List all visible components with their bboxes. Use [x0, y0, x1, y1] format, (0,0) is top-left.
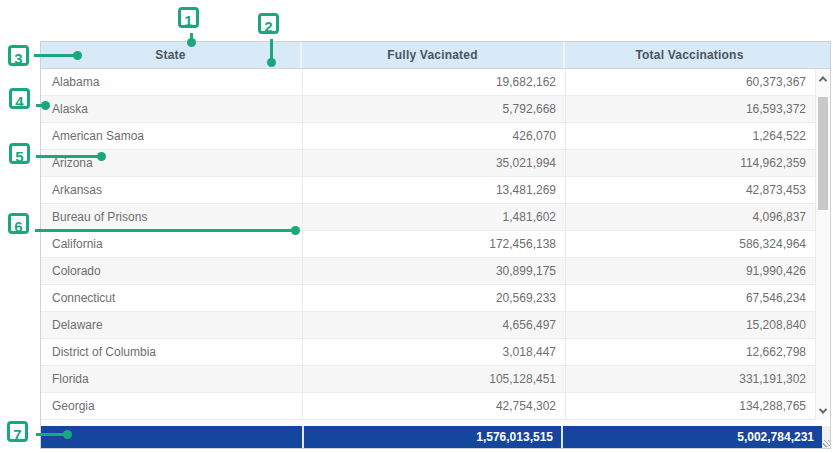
resize-grip-icon — [823, 440, 830, 447]
annotation-line-6 — [35, 229, 293, 232]
column-header-total-vaccinations: Total Vaccinations — [565, 42, 814, 68]
fully-vaccinated-cell: 4,656,497 — [303, 312, 566, 338]
fully-vaccinated-cell: 5,792,668 — [303, 96, 566, 122]
table-header-row: State Fully Vacinated Total Vaccinations — [41, 42, 830, 69]
total-vaccinations-cell: 15,208,840 — [566, 312, 816, 338]
total-vaccinations-cell: 586,324,964 — [566, 231, 816, 257]
table-row[interactable]: American Samoa 426,070 1,264,522 — [41, 123, 816, 150]
summary-total-vaccinations: 5,002,784,231 — [561, 426, 822, 448]
fully-vaccinated-cell: 1,481,602 — [303, 204, 566, 230]
annotation-marker-5: 5 — [9, 143, 30, 164]
scroll-down-button[interactable] — [816, 401, 830, 420]
summary-row: 1,576,013,515 5,002,784,231 — [41, 426, 822, 448]
total-vaccinations-cell: 42,873,453 — [566, 177, 816, 203]
annotation-line-7 — [36, 433, 66, 436]
table-row[interactable]: Alaska 5,792,668 16,593,372 — [41, 96, 816, 123]
table-row[interactable]: Alabama 19,682,162 60,373,367 — [41, 69, 816, 96]
table-row[interactable]: Arizona 35,021,994 114,962,359 — [41, 150, 816, 177]
vaccination-table: State Fully Vacinated Total Vaccinations… — [40, 41, 831, 449]
total-vaccinations-cell: 1,264,522 — [566, 123, 816, 149]
table-row[interactable]: California 172,456,138 586,324,964 — [41, 231, 816, 258]
column-header-fully-vaccinated: Fully Vacinated — [302, 42, 565, 68]
state-cell: Bureau of Prisons — [41, 204, 303, 230]
annotation-dot-7 — [63, 430, 72, 439]
table-row[interactable]: Delaware 4,656,497 15,208,840 — [41, 312, 816, 339]
fully-vaccinated-cell: 20,569,233 — [303, 285, 566, 311]
total-vaccinations-cell: 67,546,234 — [566, 285, 816, 311]
annotation-dot-2 — [267, 58, 276, 67]
fully-vaccinated-cell: 30,899,175 — [303, 258, 566, 284]
total-vaccinations-cell: 91,990,426 — [566, 258, 816, 284]
total-vaccinations-cell: 114,962,359 — [566, 150, 816, 176]
scroll-up-button[interactable] — [816, 69, 830, 88]
state-cell: California — [41, 231, 303, 257]
total-vaccinations-cell: 134,288,765 — [566, 393, 816, 419]
total-vaccinations-cell: 60,373,367 — [566, 69, 816, 95]
state-cell: Arkansas — [41, 177, 303, 203]
table-row[interactable]: Arkansas 13,481,269 42,873,453 — [41, 177, 816, 204]
fully-vaccinated-cell: 19,682,162 — [303, 69, 566, 95]
chevron-down-icon — [819, 405, 827, 413]
state-cell: Georgia — [41, 393, 303, 419]
annotation-marker-3: 3 — [8, 45, 29, 66]
state-cell: Colorado — [41, 258, 303, 284]
annotation-dot-6 — [291, 226, 300, 235]
table-row[interactable]: Connecticut 20,569,233 67,546,234 — [41, 285, 816, 312]
table-row[interactable]: Bureau of Prisons 1,481,602 4,096,837 — [41, 204, 816, 231]
table-body: Alabama 19,682,162 60,373,367 Alaska 5,7… — [41, 69, 816, 420]
table-row[interactable]: Florida 105,128,451 331,191,302 — [41, 366, 816, 393]
state-cell: Florida — [41, 366, 303, 392]
annotation-dot-3 — [73, 51, 82, 60]
summary-fully-vaccinated: 1,576,013,515 — [302, 426, 561, 448]
chevron-up-icon — [819, 76, 827, 84]
fully-vaccinated-cell: 13,481,269 — [303, 177, 566, 203]
fully-vaccinated-cell: 426,070 — [303, 123, 566, 149]
state-cell: Arizona — [41, 150, 303, 176]
scrollbar-corner — [822, 426, 830, 448]
state-cell: Alaska — [41, 96, 303, 122]
summary-state-cell — [41, 426, 302, 448]
annotation-line-5 — [36, 155, 100, 158]
state-cell: District of Columbia — [41, 339, 303, 365]
total-vaccinations-cell: 331,191,302 — [566, 366, 816, 392]
screenshot-canvas: State Fully Vacinated Total Vaccinations… — [0, 0, 833, 453]
state-cell: American Samoa — [41, 123, 303, 149]
annotation-marker-7: 7 — [7, 421, 28, 442]
table-row[interactable]: Georgia 42,754,302 134,288,765 — [41, 393, 816, 420]
annotation-marker-4: 4 — [9, 88, 30, 109]
total-vaccinations-cell: 4,096,837 — [566, 204, 816, 230]
fully-vaccinated-cell: 3,018,447 — [303, 339, 566, 365]
annotation-dot-4 — [41, 101, 50, 110]
scrollbar-thumb[interactable] — [818, 97, 828, 210]
annotation-dot-1 — [187, 38, 196, 47]
state-cell: Alabama — [41, 69, 303, 95]
annotation-line-3 — [34, 54, 76, 57]
vertical-scrollbar-track[interactable] — [816, 69, 830, 420]
annotation-marker-6: 6 — [8, 213, 29, 234]
annotation-marker-2: 2 — [258, 13, 279, 34]
fully-vaccinated-cell: 172,456,138 — [303, 231, 566, 257]
header-scrollbar-spacer — [814, 42, 830, 68]
annotation-line-2 — [270, 39, 273, 60]
table-row[interactable]: Colorado 30,899,175 91,990,426 — [41, 258, 816, 285]
state-cell: Delaware — [41, 312, 303, 338]
table-row[interactable]: District of Columbia 3,018,447 12,662,79… — [41, 339, 816, 366]
total-vaccinations-cell: 16,593,372 — [566, 96, 816, 122]
total-vaccinations-cell: 12,662,798 — [566, 339, 816, 365]
fully-vaccinated-cell: 35,021,994 — [303, 150, 566, 176]
fully-vaccinated-cell: 105,128,451 — [303, 366, 566, 392]
fully-vaccinated-cell: 42,754,302 — [303, 393, 566, 419]
annotation-marker-1: 1 — [178, 7, 199, 28]
annotation-dot-5 — [97, 152, 106, 161]
state-cell: Connecticut — [41, 285, 303, 311]
